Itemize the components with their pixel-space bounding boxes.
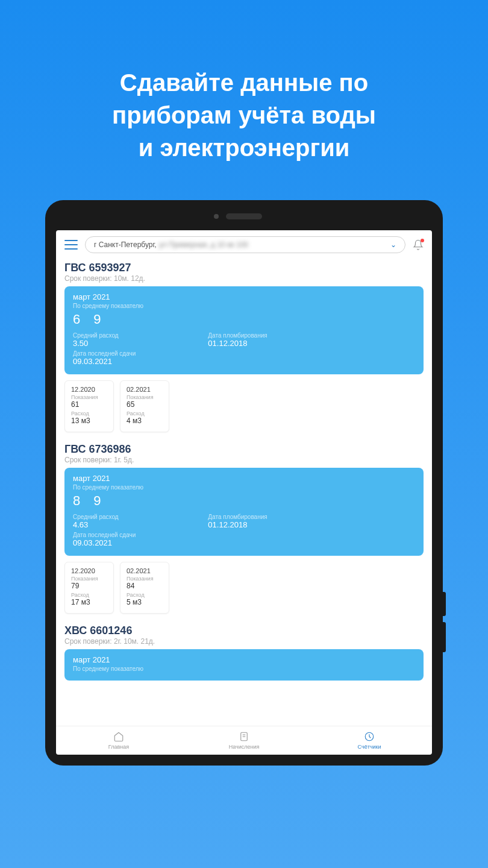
history-card[interactable]: 12.2020 Показания 61 Расход 13 м3 bbox=[64, 380, 114, 432]
avg-consumption-label: Средний расход bbox=[73, 332, 136, 339]
meter-title: ХВС 6601246 bbox=[64, 624, 424, 637]
nav-meters-label: Счётчики bbox=[358, 744, 381, 750]
meter-verify-period: Срок поверки: 10м. 12д. bbox=[64, 274, 424, 283]
avg-consumption-label: Средний расход bbox=[73, 514, 136, 520]
card-month: март 2021 bbox=[73, 474, 415, 483]
history-read-value: 65 bbox=[127, 400, 163, 409]
history-read-label: Показания bbox=[71, 576, 107, 582]
nav-charges-label: Начисления bbox=[229, 744, 260, 750]
meter-title: ГВС 6736986 bbox=[64, 443, 424, 456]
current-reading-card[interactable]: март 2021 По среднему показателю bbox=[64, 649, 424, 681]
promo-headline: Сдавайте данные по приборам учёта воды и… bbox=[0, 0, 488, 200]
history-card[interactable]: 02.2021 Показания 65 Расход 4 м3 bbox=[120, 380, 169, 432]
history-cons-value: 17 м3 bbox=[71, 598, 107, 606]
promo-line-2: приборам учёта воды bbox=[24, 99, 464, 131]
history-cons-value: 4 м3 bbox=[127, 417, 163, 425]
content-scroll[interactable]: ГВС 6593927 Срок поверки: 10м. 12д. март… bbox=[56, 259, 432, 726]
card-avg-label: По среднему показателю bbox=[73, 665, 415, 672]
last-date-label: Дата последней сдачи bbox=[73, 350, 136, 357]
history-row: 12.2020 Показания 61 Расход 13 м3 02.202… bbox=[64, 380, 424, 432]
history-read-label: Показания bbox=[127, 394, 163, 400]
meter-verify-period: Срок поверки: 1г. 5д. bbox=[64, 456, 424, 464]
card-avg-label: По среднему показателю bbox=[73, 484, 415, 491]
history-date: 12.2020 bbox=[71, 386, 107, 393]
app-screen: г Санкт-Петербург, ул Примерная, д 10 кв… bbox=[56, 230, 432, 755]
seal-date-value: 01.12.2018 bbox=[208, 520, 267, 529]
meter-section: ГВС 6593927 Срок поверки: 10м. 12д. март… bbox=[64, 262, 424, 432]
nav-meters[interactable]: Счётчики bbox=[307, 731, 432, 750]
top-bar: г Санкт-Петербург, ул Примерная, д 10 кв… bbox=[56, 230, 432, 259]
promo-line-3: и электроэнергии bbox=[24, 131, 464, 164]
avg-consumption-value: 3.50 bbox=[73, 339, 136, 348]
nav-home-label: Главная bbox=[108, 744, 129, 750]
history-cons-value: 5 м3 bbox=[127, 598, 163, 606]
nav-home[interactable]: Главная bbox=[56, 731, 181, 750]
history-cons-label: Расход bbox=[127, 410, 163, 417]
current-reading-card[interactable]: март 2021 По среднему показателю 6 9 Сре… bbox=[64, 286, 424, 374]
meter-section: ХВС 6601246 Срок поверки: 2г. 10м. 21д. … bbox=[64, 624, 424, 681]
card-month: март 2021 bbox=[73, 292, 415, 301]
history-date: 12.2020 bbox=[71, 567, 107, 574]
promo-line-1: Сдавайте данные по bbox=[24, 66, 464, 99]
document-icon bbox=[239, 731, 249, 742]
meter-verify-period: Срок поверки: 2г. 10м. 21д. bbox=[64, 637, 424, 646]
tablet-frame: г Санкт-Петербург, ул Примерная, д 10 кв… bbox=[45, 200, 443, 766]
history-card[interactable]: 02.2021 Показания 84 Расход 5 м3 bbox=[120, 562, 169, 614]
history-read-value: 61 bbox=[71, 400, 107, 409]
home-icon bbox=[113, 731, 124, 742]
notifications-bell-icon[interactable] bbox=[413, 239, 424, 250]
last-date-label: Дата последней сдачи bbox=[73, 532, 136, 538]
chevron-down-icon: ⌄ bbox=[390, 241, 396, 249]
last-date-value: 09.03.2021 bbox=[73, 538, 136, 547]
seal-date-value: 01.12.2018 bbox=[208, 339, 267, 348]
nav-charges[interactable]: Начисления bbox=[181, 731, 307, 750]
bottom-nav: Главная Начисления Счётчики bbox=[56, 726, 432, 755]
tablet-side-button bbox=[443, 592, 446, 616]
card-avg-label: По среднему показателю bbox=[73, 303, 415, 309]
history-cons-label: Расход bbox=[127, 592, 163, 598]
address-dropdown[interactable]: г Санкт-Петербург, ул Примерная, д 10 кв… bbox=[85, 236, 405, 253]
meter-icon bbox=[364, 731, 375, 742]
card-reading-value: 8 9 bbox=[73, 493, 415, 509]
meter-title: ГВС 6593927 bbox=[64, 262, 424, 274]
avg-consumption-value: 4.63 bbox=[73, 520, 136, 529]
address-text: г Санкт-Петербург, ул Примерная, д 10 кв… bbox=[94, 241, 248, 249]
history-cons-label: Расход bbox=[71, 592, 107, 598]
tablet-side-button bbox=[443, 622, 446, 652]
seal-date-label: Дата пломбирования bbox=[208, 332, 267, 339]
meter-section: ГВС 6736986 Срок поверки: 1г. 5д. март 2… bbox=[64, 443, 424, 614]
hamburger-menu-icon[interactable] bbox=[64, 240, 78, 250]
history-read-value: 79 bbox=[71, 582, 107, 590]
history-date: 02.2021 bbox=[127, 567, 163, 574]
history-read-label: Показания bbox=[71, 394, 107, 400]
notification-dot bbox=[421, 239, 424, 242]
history-date: 02.2021 bbox=[127, 386, 163, 393]
tablet-camera bbox=[226, 213, 262, 219]
history-read-label: Показания bbox=[127, 576, 163, 582]
last-date-value: 09.03.2021 bbox=[73, 357, 136, 366]
history-cons-label: Расход bbox=[71, 410, 107, 417]
history-cons-value: 13 м3 bbox=[71, 417, 107, 425]
current-reading-card[interactable]: март 2021 По среднему показателю 8 9 Сре… bbox=[64, 468, 424, 556]
history-card[interactable]: 12.2020 Показания 79 Расход 17 м3 bbox=[64, 562, 114, 614]
history-read-value: 84 bbox=[127, 582, 163, 590]
seal-date-label: Дата пломбирования bbox=[208, 514, 267, 520]
card-month: март 2021 bbox=[73, 655, 415, 664]
history-row: 12.2020 Показания 79 Расход 17 м3 02.202… bbox=[64, 562, 424, 614]
card-reading-value: 6 9 bbox=[73, 312, 415, 327]
